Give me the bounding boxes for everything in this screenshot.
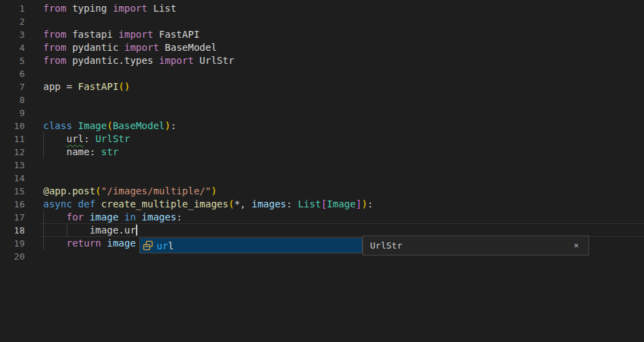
code-token: from [43,3,67,14]
code-token: images [251,198,286,209]
code-text: name: str [43,146,644,159]
indent-guide [43,224,44,237]
line-number[interactable]: 16 [0,198,25,211]
code-text: from typing import List [43,2,644,15]
code-token: ( [107,120,113,131]
code-token: : [176,212,182,223]
line-number[interactable]: 15 [0,185,25,198]
code-line[interactable]: 15@app.post("/images/multiple/") [0,185,644,198]
line-number[interactable]: 4 [0,41,25,54]
code-token: return [67,238,107,249]
code-line[interactable]: 5from pydantic.types import UrlStr [0,54,644,67]
line-number[interactable]: 20 [0,250,25,263]
code-token: from [43,29,67,40]
line-number[interactable]: 12 [0,146,25,159]
line-number[interactable]: 8 [0,93,25,106]
code-line[interactable]: 8 [0,93,644,106]
suggestion-detail-text: UrlStr [370,236,402,255]
code-token: UrlStr [194,55,234,66]
code-token: pydantic [67,42,124,53]
code-token: List [298,198,321,209]
code-token [43,238,67,249]
code-token: class [43,120,78,131]
code-token: async def [43,198,101,209]
code-token: import [124,42,159,53]
line-number[interactable]: 11 [0,133,25,146]
code-line[interactable]: 9 [0,106,644,119]
code-token: FastAPI [153,29,199,40]
line-number[interactable]: 19 [0,237,25,250]
line-number[interactable]: 3 [0,28,25,41]
code-line[interactable]: 11 url: UrlStr [0,133,644,146]
code-token: typing [67,3,113,14]
code-editor: 1from typing import List23from fastapi i… [0,0,644,342]
code-token: images [141,212,176,223]
code-line[interactable]: 16async def create_multiple_images(*, im… [0,198,644,211]
code-line[interactable]: 17 for image in images: [0,211,644,224]
autocomplete-popup: url [139,238,363,253]
suggestion-item-url[interactable]: url [140,238,362,253]
indent-guide [67,224,67,237]
code-token: name: [43,146,101,157]
code-token: ) [211,185,216,196]
code-token: import [119,29,154,40]
code-line[interactable]: 12 name: str [0,146,644,159]
line-number[interactable]: 5 [0,54,25,67]
indent-guide [43,237,44,250]
code-text [43,159,644,172]
code-line[interactable]: 3from fastapi import FastAPI [0,28,644,41]
code-line[interactable]: 13 [0,159,644,172]
code-token: FastAPI [78,81,119,92]
close-icon[interactable]: ✕ [574,236,579,255]
code-text: from pydantic import BaseModel [43,41,644,54]
code-token: List [148,3,176,14]
code-text: app = FastAPI() [43,80,644,93]
line-number[interactable]: 18 [0,224,25,237]
code-token: create_multiple_images [101,198,228,209]
code-line[interactable]: 10class Image(BaseModel): [0,119,644,133]
line-number[interactable]: 9 [0,106,25,119]
code-text: for image in images: [43,211,644,224]
code-text: from pydantic.types import UrlStr [43,54,644,67]
line-number[interactable]: 13 [0,159,25,172]
code-line[interactable]: 4from pydantic import BaseModel [0,41,644,54]
code-token: *, [234,198,251,209]
line-number[interactable]: 2 [0,15,25,28]
indent-guide [43,211,44,224]
code-line[interactable]: 2 [0,15,644,28]
code-token: from [43,55,67,66]
code-token: image [89,212,118,223]
code-token: url [67,133,84,144]
code-token: from [43,42,67,53]
code-text: class Image(BaseModel): [43,119,644,133]
code-text: url: UrlStr [43,133,644,146]
suggestion-detail-pane: UrlStr ✕ [363,236,589,255]
code-text: from fastapi import FastAPI [43,28,644,41]
code-token: : [367,198,373,209]
code-token: image [107,238,136,249]
code-token: Image [327,198,356,209]
code-token: BaseModel [159,42,217,53]
code-line[interactable]: 14 [0,172,644,185]
line-number[interactable]: 6 [0,67,25,80]
suggestion-label: url [157,240,174,251]
code-line[interactable]: 6 [0,67,644,80]
code-line[interactable]: 1from typing import List [0,2,644,15]
code-token: ] [356,198,361,209]
code-text [43,93,644,106]
line-number[interactable]: 7 [0,80,25,93]
line-number[interactable]: 1 [0,2,25,15]
code-line[interactable]: 7app = FastAPI() [0,80,644,93]
indent-guide [43,133,44,146]
code-text: async def create_multiple_images(*, imag… [43,198,644,211]
code-token: pydantic.types [67,55,159,66]
line-number[interactable]: 10 [0,119,25,133]
code-token [43,212,67,223]
line-number[interactable]: 17 [0,211,25,224]
line-number[interactable]: 14 [0,172,25,185]
code-token: Image [78,120,107,131]
code-token: @app.post [43,185,95,196]
code-token: : [286,198,298,209]
field-icon [143,240,153,251]
code-text [43,172,644,185]
